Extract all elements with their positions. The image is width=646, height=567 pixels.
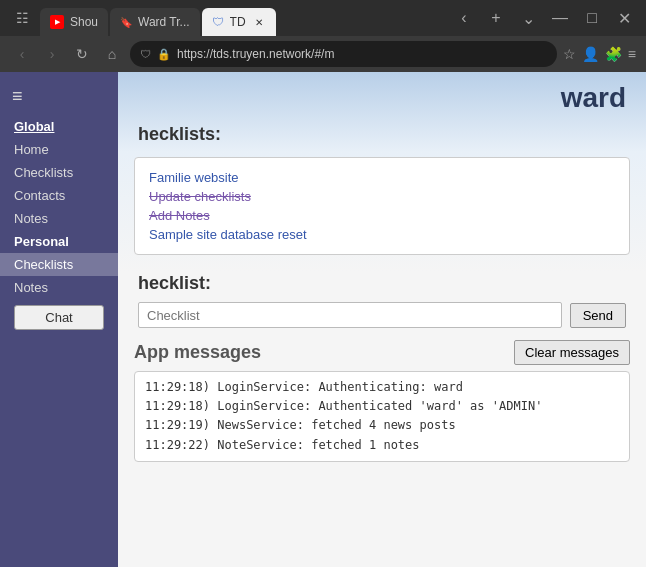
tab-menu-btn[interactable]: ⌄	[514, 4, 542, 32]
youtube-icon: ▶	[50, 15, 64, 29]
checklist-link-0[interactable]: Familie website	[149, 170, 239, 185]
clear-messages-btn[interactable]: Clear messages	[514, 340, 630, 365]
sidebar-personal-label: Personal	[0, 230, 118, 253]
tab-shou-label: Shou	[70, 15, 98, 29]
sidebar-global-label: Global	[0, 117, 118, 138]
sidebar-contacts-label: Contacts	[14, 188, 65, 203]
tab-list-icon[interactable]: ☷	[8, 4, 36, 32]
checklist-box: Familie website Update checklists Add No…	[134, 157, 630, 255]
checklist-item-2: Add Notes	[149, 206, 615, 225]
url-bar[interactable]: 🛡 🔒 https://tds.truyen.network/#/m	[130, 41, 557, 67]
chat-button[interactable]: Chat	[14, 305, 104, 330]
sidebar-item-home[interactable]: Home	[0, 138, 118, 161]
sidebar: ≡ Global Home Checklists Contacts Notes …	[0, 72, 118, 567]
log-line-3: 11:29:22) NoteService: fetched 1 notes	[145, 436, 619, 455]
app-messages-title: App messages	[134, 342, 261, 363]
sidebar-item-checklists-personal[interactable]: Checklists	[0, 253, 118, 276]
checklist-input[interactable]	[138, 302, 562, 328]
username-display: ward	[561, 82, 626, 114]
main-content: ward hecklists: Familie website Update c…	[118, 72, 646, 567]
minimize-btn[interactable]: —	[546, 4, 574, 32]
tab-td-close[interactable]: ✕	[252, 15, 266, 29]
sidebar-notes-personal-label: Notes	[14, 280, 48, 295]
shield-small-icon: 🛡	[140, 48, 151, 60]
addr-right-icons: ☆ 👤 🧩 ≡	[563, 46, 636, 62]
sidebar-menu-icon[interactable]: ≡	[0, 80, 118, 117]
lock-icon: 🔒	[157, 48, 171, 61]
url-text: https://tds.truyen.network/#/m	[177, 47, 334, 61]
checklist-form: Send	[118, 298, 646, 332]
sidebar-checklists-global-label: Checklists	[14, 165, 73, 180]
chat-button-label: Chat	[45, 310, 72, 325]
sidebar-checklists-personal-label: Checklists	[14, 257, 73, 272]
forward-btn[interactable]: ›	[40, 42, 64, 66]
bookmark-icon[interactable]: ☆	[563, 46, 576, 62]
checklists-title-text: hecklists:	[138, 124, 221, 144]
new-tab-btn[interactable]: +	[482, 4, 510, 32]
tab-ward-icon: 🔖	[120, 17, 132, 28]
checklists-section-title: hecklists:	[118, 120, 646, 149]
log-line-0: 11:29:18) LoginService: Authenticating: …	[145, 378, 619, 397]
scroll-tabs-left[interactable]: ‹	[450, 4, 478, 32]
clear-btn-label: Clear messages	[525, 345, 619, 360]
reload-btn[interactable]: ↻	[70, 42, 94, 66]
menu-icon[interactable]: ≡	[628, 46, 636, 62]
checklist-form-title: hecklist:	[118, 263, 646, 298]
tab-bar: ☷ ▶ Shou 🔖 Ward Tr... 🛡 TD ✕ ‹ + ⌄ —	[0, 0, 646, 36]
app-messages-section: App messages Clear messages 11:29:18) Lo…	[118, 332, 646, 470]
tab-ward[interactable]: 🔖 Ward Tr...	[110, 8, 200, 36]
shield-icon: 🛡	[212, 15, 224, 29]
page-content: ≡ Global Home Checklists Contacts Notes …	[0, 72, 646, 567]
sidebar-item-contacts[interactable]: Contacts	[0, 184, 118, 207]
checklist-form-title-text: hecklist:	[138, 273, 211, 293]
log-line-2: 11:29:19) NewsService: fetched 4 news po…	[145, 416, 619, 435]
home-btn[interactable]: ⌂	[100, 42, 124, 66]
extensions-icon[interactable]: 🧩	[605, 46, 622, 62]
back-btn[interactable]: ‹	[10, 42, 34, 66]
account-icon[interactable]: 👤	[582, 46, 599, 62]
close-window-btn[interactable]: ✕	[610, 4, 638, 32]
log-line-1: 11:29:18) LoginService: Authenticated 'w…	[145, 397, 619, 416]
sidebar-home-label: Home	[14, 142, 49, 157]
sidebar-item-checklists-global[interactable]: Checklists	[0, 161, 118, 184]
tab-ward-label: Ward Tr...	[138, 15, 190, 29]
page-header: ward	[118, 72, 646, 120]
sidebar-notes-global-label: Notes	[14, 211, 48, 226]
tab-bar-actions: ‹ + ⌄ — □ ✕	[450, 4, 638, 32]
sidebar-item-notes-personal[interactable]: Notes	[0, 276, 118, 299]
tab-shou[interactable]: ▶ Shou	[40, 8, 108, 36]
browser-chrome: ☷ ▶ Shou 🔖 Ward Tr... 🛡 TD ✕ ‹ + ⌄ —	[0, 0, 646, 72]
checklist-item-3[interactable]: Sample site database reset	[149, 225, 615, 244]
send-btn-label: Send	[583, 308, 613, 323]
address-bar: ‹ › ↻ ⌂ 🛡 🔒 https://tds.truyen.network/#…	[0, 36, 646, 72]
checklist-link-3[interactable]: Sample site database reset	[149, 227, 307, 242]
maximize-btn[interactable]: □	[578, 4, 606, 32]
app-messages-box: 11:29:18) LoginService: Authenticating: …	[134, 371, 630, 462]
checklist-item-1: Update checklists	[149, 187, 615, 206]
send-btn[interactable]: Send	[570, 303, 626, 328]
tab-td[interactable]: 🛡 TD ✕	[202, 8, 276, 36]
sidebar-item-notes-global[interactable]: Notes	[0, 207, 118, 230]
tab-td-label: TD	[230, 15, 246, 29]
checklist-item-0[interactable]: Familie website	[149, 168, 615, 187]
app-messages-header: App messages Clear messages	[134, 340, 630, 365]
tabs-container: ▶ Shou 🔖 Ward Tr... 🛡 TD ✕	[40, 0, 446, 36]
